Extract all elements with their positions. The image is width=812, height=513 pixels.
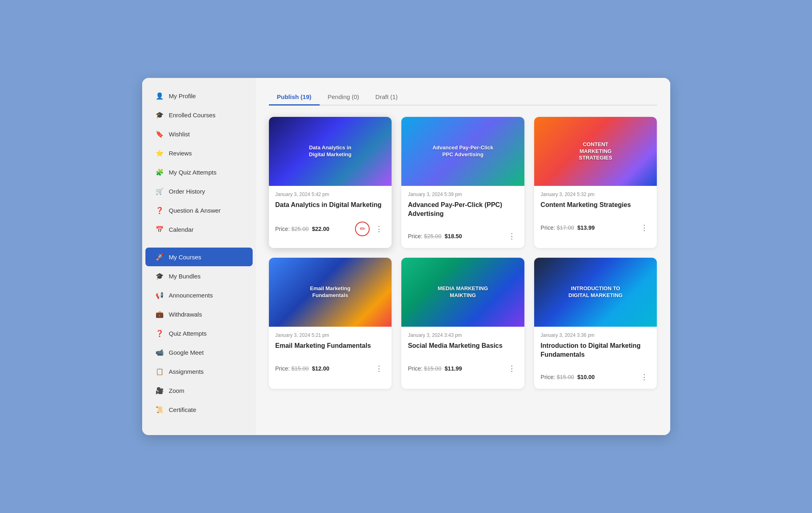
course-card-5: MEDIA MARKETINGMAIKTING January 3, 2024 … xyxy=(401,258,524,389)
sidebar-label-withdrawals: Withdrawals xyxy=(169,311,202,318)
more-icon: ⋮ xyxy=(375,364,383,373)
sidebar-item-my-courses[interactable]: 🚀 My Courses xyxy=(145,248,253,266)
more-icon: ⋮ xyxy=(508,232,515,241)
sidebar-label-certificate: Certificate xyxy=(169,406,197,413)
course-date-3: January 3, 2024 5:32 pm xyxy=(541,192,651,197)
edit-icon: ✏ xyxy=(360,225,365,233)
assignments-icon: 📋 xyxy=(155,367,164,376)
price-discounted-3: $13.99 xyxy=(577,224,595,231)
course-title-2: Advanced Pay-Per-Click (PPC) Advertising xyxy=(408,200,518,218)
sidebar-label-my-courses: My Courses xyxy=(169,254,201,261)
more-button[interactable]: ⋮ xyxy=(506,362,518,375)
sidebar-item-wishlist[interactable]: 🔖 Wishlist xyxy=(145,125,253,143)
sidebar-item-quiz-attempts[interactable]: ❓ Quiz Attempts xyxy=(145,324,253,343)
sidebar-item-withdrawals[interactable]: 💼 Withdrawals xyxy=(145,305,253,323)
course-thumbnail-3: CONTENTMARKETINGSTRATEGIES xyxy=(534,117,657,186)
edit-button[interactable]: ✏ xyxy=(355,222,370,236)
course-body-3: January 3, 2024 5:32 pm Content Marketin… xyxy=(534,186,657,222)
app-container: 👤 My Profile 🎓 Enrolled Courses 🔖 Wishli… xyxy=(142,78,670,435)
course-footer-2: Price: $25.00 $18.50 ⋮ xyxy=(401,230,524,248)
course-footer-6: Price: $15.00 $10.00 ⋮ xyxy=(534,371,657,389)
sidebar-item-zoom[interactable]: 🎥 Zoom xyxy=(145,381,253,400)
thumb-text-5: MEDIA MARKETINGMAIKTING xyxy=(435,282,492,302)
sidebar-item-calendar[interactable]: 📅 Calendar xyxy=(145,220,253,239)
price-discounted-1: $22.00 xyxy=(312,226,329,232)
sidebar-label-google-meet: Google Meet xyxy=(169,349,204,356)
more-icon: ⋮ xyxy=(375,224,383,233)
price-original-5: $15.00 xyxy=(424,365,442,372)
course-card-6: INTRODUCTION TODIGITAL MARKETING January… xyxy=(534,258,657,389)
tab-pending[interactable]: Pending (0) xyxy=(320,89,368,106)
tab-publish[interactable]: Publish (19) xyxy=(269,89,320,106)
sidebar-item-question-answer[interactable]: ❓ Question & Answer xyxy=(145,201,253,220)
sidebar: 👤 My Profile 🎓 Enrolled Courses 🔖 Wishli… xyxy=(142,78,256,435)
course-footer-4: Price: $15.00 $12.00 ⋮ xyxy=(269,362,392,380)
course-grid: Data Analytics inDigital Marketing Janua… xyxy=(269,117,657,389)
sidebar-label-announcements: Announcements xyxy=(169,292,213,299)
course-date-1: January 3, 2024 5:42 pm xyxy=(275,192,385,197)
sidebar-item-assignments[interactable]: 📋 Assignments xyxy=(145,362,253,381)
order-history-icon: 🛒 xyxy=(155,187,164,196)
wishlist-icon: 🔖 xyxy=(155,129,164,138)
course-price-6: Price: $15.00 $10.00 xyxy=(541,374,595,380)
thumb-text-2: Advanced Pay-Per-ClickPPC Advertising xyxy=(429,141,497,162)
price-label: Price: xyxy=(408,365,424,372)
my-profile-icon: 👤 xyxy=(155,91,164,100)
sidebar-item-my-bundles[interactable]: 🎓 My Bundles xyxy=(145,267,253,285)
thumb-text-4: Email MarketingFundamentals xyxy=(307,282,354,302)
price-discounted-2: $18.50 xyxy=(445,233,462,239)
course-thumbnail-4: Email MarketingFundamentals xyxy=(269,258,392,327)
sidebar-label-my-quiz-attempts: My Quiz Attempts xyxy=(169,169,217,176)
sidebar-item-certificate[interactable]: 📜 Certificate xyxy=(145,400,253,419)
course-date-6: January 3, 2024 3:36 pm xyxy=(541,332,651,338)
main-content: Publish (19)Pending (0)Draft (1) Data An… xyxy=(256,78,670,435)
course-body-5: January 3, 2024 3:43 pm Social Media Mar… xyxy=(401,327,524,362)
sidebar-item-announcements[interactable]: 📢 Announcements xyxy=(145,286,253,304)
certificate-icon: 📜 xyxy=(155,405,164,414)
instructor-section-label xyxy=(142,239,256,247)
sidebar-label-reviews: Reviews xyxy=(169,150,192,157)
sidebar-item-enrolled-courses[interactable]: 🎓 Enrolled Courses xyxy=(145,106,253,124)
price-original-4: $15.00 xyxy=(291,365,309,372)
price-original-6: $15.00 xyxy=(557,374,574,380)
course-footer-1: Price: $25.00 $22.00 ✏ ⋮ xyxy=(269,222,392,242)
more-icon: ⋮ xyxy=(641,373,648,382)
course-title-3: Content Marketing Strategies xyxy=(541,200,651,209)
price-label: Price: xyxy=(275,365,292,372)
more-button[interactable]: ⋮ xyxy=(506,230,518,242)
sidebar-label-order-history: Order History xyxy=(169,188,205,195)
price-original-1: $25.00 xyxy=(291,226,309,232)
my-quiz-attempts-icon: 🧩 xyxy=(155,168,164,177)
sidebar-label-wishlist: Wishlist xyxy=(169,131,190,138)
sidebar-item-my-profile[interactable]: 👤 My Profile xyxy=(145,86,253,105)
price-label: Price: xyxy=(541,374,557,380)
more-button[interactable]: ⋮ xyxy=(373,223,385,235)
sidebar-label-my-bundles: My Bundles xyxy=(169,273,201,280)
course-title-6: Introduction to Digital Marketing Fundam… xyxy=(541,341,651,359)
more-button[interactable]: ⋮ xyxy=(638,222,650,234)
sidebar-item-order-history[interactable]: 🛒 Order History xyxy=(145,182,253,200)
more-icon: ⋮ xyxy=(641,223,648,232)
course-body-1: January 3, 2024 5:42 pm Data Analytics i… xyxy=(269,186,392,222)
thumb-text-1: Data Analytics inDigital Marketing xyxy=(305,141,355,162)
more-icon: ⋮ xyxy=(508,364,515,373)
course-price-5: Price: $15.00 $11.99 xyxy=(408,365,462,372)
course-footer-3: Price: $17.00 $13.99 ⋮ xyxy=(534,222,657,239)
more-button[interactable]: ⋮ xyxy=(373,362,385,375)
sidebar-label-my-profile: My Profile xyxy=(169,93,196,99)
enrolled-courses-icon: 🎓 xyxy=(155,110,164,119)
price-discounted-6: $10.00 xyxy=(577,374,595,380)
sidebar-item-reviews[interactable]: ⭐ Reviews xyxy=(145,144,253,162)
tab-draft[interactable]: Draft (1) xyxy=(367,89,406,106)
course-title-1: Data Analytics in Digital Marketing xyxy=(275,200,385,209)
my-courses-icon: 🚀 xyxy=(155,252,164,261)
sidebar-label-quiz-attempts: Quiz Attempts xyxy=(169,330,207,337)
more-button[interactable]: ⋮ xyxy=(638,371,650,383)
google-meet-icon: 📹 xyxy=(155,348,164,357)
course-thumbnail-2: Advanced Pay-Per-ClickPPC Advertising xyxy=(401,117,524,186)
sidebar-item-google-meet[interactable]: 📹 Google Meet xyxy=(145,343,253,362)
sidebar-item-my-quiz-attempts[interactable]: 🧩 My Quiz Attempts xyxy=(145,163,253,181)
course-body-4: January 3, 2024 5:21 pm Email Marketing … xyxy=(269,327,392,362)
price-label: Price: xyxy=(275,226,292,232)
price-discounted-5: $11.99 xyxy=(445,365,462,372)
